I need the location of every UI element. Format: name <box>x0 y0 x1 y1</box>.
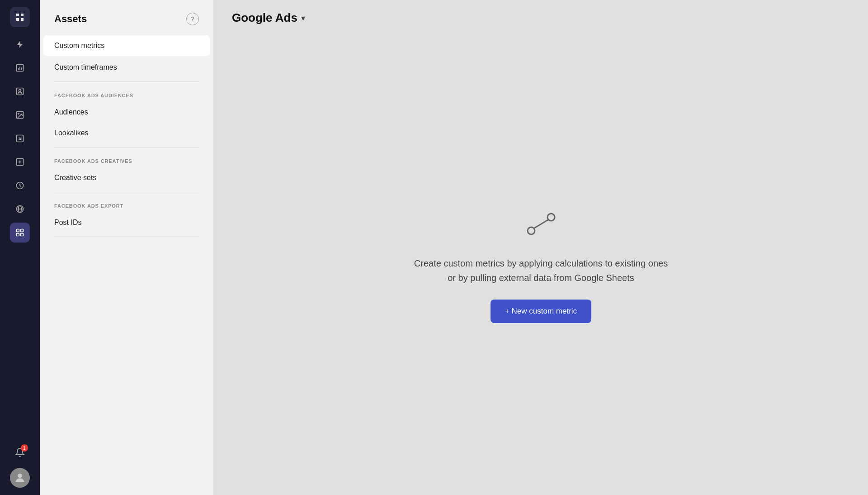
section-label-fb-creatives: FACEBOOK ADS CREATIVES <box>40 151 213 167</box>
svg-point-7 <box>18 113 19 114</box>
image-nav-icon[interactable] <box>10 105 30 125</box>
svg-rect-18 <box>17 233 19 236</box>
svg-point-21 <box>528 227 535 234</box>
bolt-nav-icon[interactable] <box>10 176 30 195</box>
svg-point-22 <box>547 214 555 221</box>
svg-rect-19 <box>21 233 24 236</box>
notification-badge: 1 <box>21 444 28 452</box>
grid-nav-icon[interactable] <box>10 223 30 243</box>
divider-1 <box>54 81 199 82</box>
sidebar: Assets ? Custom metrics Custom timeframe… <box>40 0 214 495</box>
chart-nav-icon[interactable] <box>10 58 30 78</box>
divider-3 <box>54 192 199 192</box>
svg-rect-17 <box>21 229 24 232</box>
notification-button[interactable]: 1 <box>10 443 30 462</box>
app-logo[interactable] <box>10 7 30 27</box>
sidebar-item-custom-metrics[interactable]: Custom metrics <box>43 35 210 56</box>
svg-point-20 <box>18 474 22 478</box>
icon-bar-bottom: 1 <box>10 443 30 488</box>
user-avatar[interactable] <box>10 468 30 488</box>
sidebar-item-post-ids[interactable]: Post IDs <box>40 212 213 233</box>
main-header: Google Ads ▾ <box>214 0 868 36</box>
main-content-area: Google Ads ▾ Create custom metrics by ap… <box>214 0 868 495</box>
empty-state-description: Create custom metrics by applying calcul… <box>414 256 668 285</box>
svg-point-5 <box>19 90 21 92</box>
globe-nav-icon[interactable] <box>10 199 30 219</box>
sidebar-title: Assets <box>54 13 87 25</box>
sidebar-header: Assets ? <box>40 0 213 34</box>
arrow-nav-icon[interactable] <box>10 129 30 148</box>
section-label-fb-audiences: FACEBOOK ADS AUDIENCES <box>40 86 213 102</box>
lightning-nav-icon[interactable] <box>10 34 30 54</box>
help-button[interactable]: ? <box>186 13 199 25</box>
plus-nav-icon[interactable] <box>10 152 30 172</box>
empty-state: Create custom metrics by applying calcul… <box>214 36 868 495</box>
divider-2 <box>54 147 199 148</box>
main-header-title: Google Ads <box>232 11 297 25</box>
sidebar-item-lookalikes[interactable]: Lookalikes <box>40 123 213 143</box>
divider-4 <box>54 237 199 237</box>
icon-bar: 1 <box>0 0 40 495</box>
sidebar-item-custom-timeframes[interactable]: Custom timeframes <box>40 57 213 78</box>
sidebar-item-creative-sets[interactable]: Creative sets <box>40 167 213 188</box>
svg-rect-16 <box>17 229 19 232</box>
sidebar-item-audiences[interactable]: Audiences <box>40 102 213 123</box>
profile-nav-icon[interactable] <box>10 81 30 101</box>
svg-line-23 <box>534 220 548 228</box>
empty-state-icon <box>523 208 559 242</box>
title-chevron-icon[interactable]: ▾ <box>301 13 305 23</box>
new-custom-metric-button[interactable]: + New custom metric <box>491 300 591 323</box>
section-label-fb-export: FACEBOOK ADS EXPORT <box>40 196 213 212</box>
